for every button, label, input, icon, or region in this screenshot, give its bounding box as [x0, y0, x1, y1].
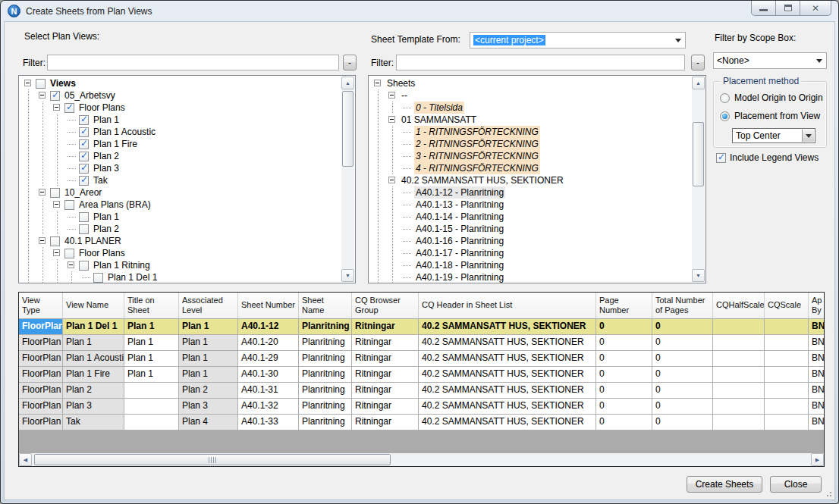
grid-cell[interactable]: Plan 1 [179, 351, 238, 367]
grid-row-header-cell[interactable]: FloorPlan [19, 383, 63, 399]
grid-cell[interactable]: Planritning [299, 367, 352, 383]
scroll-down-icon[interactable]: ▼ [341, 269, 354, 282]
grid-cell[interactable]: A40.1-12 [238, 319, 299, 335]
tree-checkbox[interactable] [79, 212, 89, 222]
tree-checkbox[interactable] [64, 200, 74, 210]
grid-header-cell[interactable]: Ap By [809, 293, 825, 319]
resize-grip[interactable] [824, 489, 833, 498]
views-filter-clear-button[interactable]: - [343, 55, 357, 70]
grid-cell[interactable]: 0 [652, 399, 713, 415]
grid-cell[interactable]: 0 [596, 319, 652, 335]
grid-cell[interactable]: Ritningar [352, 367, 419, 383]
grid-cell[interactable]: Ritningar [352, 383, 419, 399]
grid-cell[interactable] [765, 319, 809, 335]
create-sheets-button[interactable]: Create Sheets [687, 476, 762, 493]
grid-header-cell[interactable]: CQScale [765, 293, 809, 319]
tree-item[interactable]: A40.1-14 - Planritning [371, 211, 690, 223]
grid-header-cell[interactable]: Sheet Number [238, 293, 299, 319]
grid-cell[interactable]: Planritning [299, 319, 352, 335]
grid-header-cell[interactable]: View Type [19, 293, 63, 319]
tree-checkbox[interactable] [79, 115, 89, 125]
grid-cell[interactable]: BN [809, 319, 825, 335]
grid-cell[interactable]: 40.2 SAMMANSATT HUS, SEKTIONER [419, 367, 596, 383]
grid-cell[interactable]: Ritningar [352, 319, 419, 335]
tree-item[interactable]: 1 - RITNINGSFÖRTECKNING [371, 126, 690, 138]
tree-checkbox[interactable] [50, 236, 60, 246]
grid-row[interactable]: FloorPlanPlan 1 Del 1Plan 1Plan 1A40.1-1… [19, 319, 824, 335]
grid-cell[interactable]: 0 [596, 399, 652, 415]
grid-cell[interactable]: 40.2 SAMMANSATT HUS, SEKTIONER [419, 415, 596, 430]
scroll-right-icon[interactable]: ▶ [811, 453, 824, 466]
grid-cell[interactable]: Planritning [299, 335, 352, 351]
tree-checkbox[interactable] [50, 91, 60, 101]
tree-checkbox[interactable] [79, 127, 89, 137]
tree-checkbox[interactable] [79, 224, 89, 234]
grid-header-cell[interactable]: Sheet Name [299, 293, 352, 319]
grid-cell[interactable] [713, 319, 765, 335]
grid-cell[interactable]: Ritningar [352, 351, 419, 367]
include-legend-views-option[interactable]: Include Legend Views [716, 152, 819, 163]
grid-cell[interactable]: Plan 1 [124, 335, 179, 351]
grid-horizontal-scrollbar[interactable]: ◀ ▶ [19, 453, 824, 466]
grid-scroll-thumb[interactable] [34, 454, 391, 465]
grid-cell[interactable]: Plan 1 [124, 319, 179, 335]
title-bar[interactable]: N Create Sheets from Plan Views ✕ [1, 1, 838, 21]
sheets-filter-input[interactable] [396, 55, 685, 70]
checkbox-icon[interactable] [716, 153, 726, 163]
grid-cell[interactable]: Plan 1 [179, 367, 238, 383]
tree-item[interactable]: A40.1-12 - Planritning [371, 186, 690, 199]
grid-cell[interactable]: BN [809, 383, 825, 399]
tree-checkbox[interactable] [50, 188, 60, 198]
grid-cell[interactable]: 0 [596, 383, 652, 399]
grid-cell[interactable]: BN [809, 415, 825, 430]
grid-cell[interactable]: Plan 1 [179, 335, 238, 351]
tree-item[interactable]: Views [21, 77, 340, 89]
tree-collapse-icon[interactable] [36, 89, 50, 102]
grid-cell[interactable]: BN [809, 351, 825, 367]
tree-item[interactable]: Floor Plans [21, 102, 340, 114]
minimize-button[interactable] [751, 1, 776, 16]
grid-row-header-cell[interactable]: FloorPlan [19, 319, 63, 335]
grid-cell[interactable]: BN [809, 399, 825, 415]
grid-cell[interactable] [765, 399, 809, 415]
maximize-button[interactable] [775, 1, 800, 16]
grid-cell[interactable]: A40.1-32 [238, 399, 299, 415]
grid-header-cell[interactable]: Total Number of Pages [652, 293, 713, 319]
tree-checkbox[interactable] [64, 103, 74, 113]
grid-row-header-cell[interactable]: FloorPlan [19, 351, 63, 367]
tree-collapse-icon[interactable] [385, 89, 400, 102]
tree-item[interactable]: Plan 1 [21, 114, 340, 126]
grid-header-cell[interactable]: Page Number [596, 293, 652, 319]
tree-collapse-icon[interactable] [50, 102, 64, 114]
tree-checkbox[interactable] [93, 273, 103, 283]
scroll-up-icon[interactable]: ▲ [692, 77, 705, 89]
grid-row[interactable]: FloorPlanTakPlan 4A40.1-33PlanritningRit… [19, 415, 824, 430]
grid-cell[interactable] [765, 383, 809, 399]
tree-item[interactable]: 05_Arbetsvy [21, 89, 340, 102]
tree-checkbox[interactable] [36, 79, 46, 89]
grid-cell[interactable]: Plan 1 Acoustic [63, 351, 124, 367]
tree-collapse-icon[interactable] [36, 186, 50, 199]
grid-cell[interactable]: Ritningar [352, 399, 419, 415]
grid-header-cell[interactable]: CQHalfScale [713, 293, 765, 319]
tree-item[interactable]: 40.1 PLANER [21, 235, 340, 247]
grid-header-cell[interactable]: CQ Header in Sheet List [419, 293, 596, 319]
grid-cell[interactable]: Plan 3 [63, 399, 124, 415]
radio-model-origin[interactable]: Model Origin to Origin [720, 92, 823, 103]
grid-cell[interactable]: 40.2 SAMMANSATT HUS, SEKTIONER [419, 399, 596, 415]
scroll-up-icon[interactable]: ▲ [341, 77, 354, 89]
grid-cell[interactable] [765, 351, 809, 367]
tree-item[interactable]: Plan 1 [21, 211, 340, 223]
grid-row[interactable]: FloorPlanPlan 2Plan 2A40.1-31Planritning… [19, 383, 824, 399]
tree-item[interactable]: Plan 1 Acoustic [21, 126, 340, 138]
tree-collapse-icon[interactable] [36, 235, 50, 247]
tree-item[interactable]: Plan 2 [21, 223, 340, 235]
tree-collapse-icon[interactable] [385, 174, 400, 186]
grid-cell[interactable] [124, 383, 179, 399]
radio-placement-from-view[interactable]: Placement from View [720, 111, 820, 121]
tree-item[interactable]: 2 - RITNINGSFÖRTECKNING [371, 138, 690, 150]
sheets-tree-scrollbar[interactable]: ▲ ▼ [692, 77, 705, 282]
grid-cell[interactable]: A40.1-33 [238, 415, 299, 430]
grid-cell[interactable]: BN [809, 367, 825, 383]
grid-cell[interactable]: 40.2 SAMMANSATT HUS, SEKTIONER [419, 335, 596, 351]
